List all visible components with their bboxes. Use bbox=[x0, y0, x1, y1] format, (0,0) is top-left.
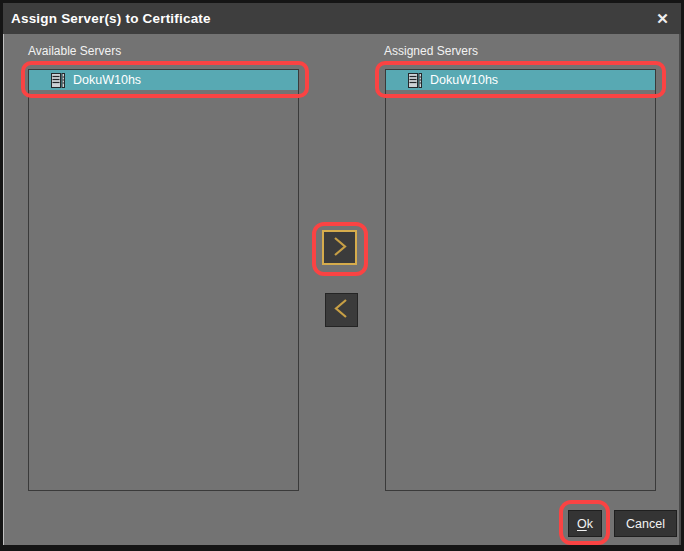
server-list-item[interactable]: DokuW10hs bbox=[29, 70, 298, 90]
dialog-title: Assign Server(s) to Certificate bbox=[11, 3, 211, 34]
server-list-item[interactable]: DokuW10hs bbox=[386, 70, 655, 90]
title-bar: Assign Server(s) to Certificate ✕ bbox=[3, 3, 681, 34]
ok-button[interactable]: Ok bbox=[568, 510, 602, 537]
cancel-button-label: Cancel bbox=[626, 517, 665, 531]
assign-button[interactable] bbox=[322, 230, 357, 265]
ok-button-label-rest: k bbox=[587, 517, 593, 531]
chevron-right-icon bbox=[325, 232, 354, 264]
server-icon bbox=[408, 73, 422, 88]
chevron-left-icon bbox=[327, 294, 356, 326]
assign-servers-dialog: Assign Server(s) to Certificate ✕ Availa… bbox=[0, 0, 684, 551]
server-item-label: DokuW10hs bbox=[73, 73, 141, 87]
close-icon[interactable]: ✕ bbox=[653, 9, 672, 28]
assigned-servers-label: Assigned Servers bbox=[384, 44, 478, 58]
available-servers-list[interactable]: DokuW10hs bbox=[28, 69, 299, 491]
unassign-button[interactable] bbox=[325, 293, 358, 327]
assigned-servers-list[interactable]: DokuW10hs bbox=[385, 69, 656, 491]
ok-button-mnemonic: O bbox=[577, 517, 587, 531]
server-item-label: DokuW10hs bbox=[430, 73, 498, 87]
available-servers-label: Available Servers bbox=[28, 44, 121, 58]
server-icon bbox=[51, 73, 65, 88]
cancel-button[interactable]: Cancel bbox=[614, 510, 677, 537]
